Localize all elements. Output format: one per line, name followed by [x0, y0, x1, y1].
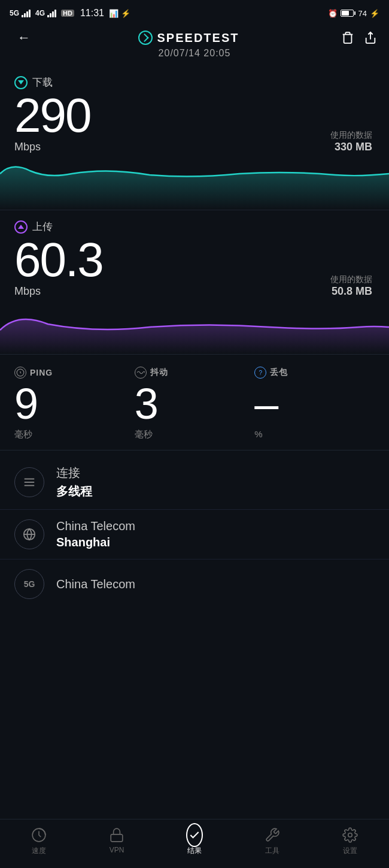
app-title: SPEEDTEST — [138, 31, 239, 45]
packet-loss-value: – — [254, 382, 375, 425]
share-button[interactable] — [364, 31, 377, 44]
upload-speed-value: 60.3 — [14, 236, 103, 284]
jitter-label-row: 抖动 — [135, 367, 255, 379]
title-text: SPEEDTEST — [157, 31, 239, 45]
speedtest-logo-icon — [138, 31, 153, 45]
speed-nav-icon — [31, 827, 47, 843]
test-date: 20/07/14 20:05 — [159, 48, 231, 59]
server-secondary: Shanghai — [56, 536, 135, 549]
upload-speed-unit: Mbps — [14, 285, 103, 298]
download-speed-value: 290 — [14, 92, 90, 140]
vpn-nav-icon — [108, 827, 125, 843]
server-primary: China Telecom — [56, 519, 135, 533]
results-active-circle — [186, 823, 203, 847]
svg-rect-8 — [111, 834, 123, 842]
header-actions — [341, 31, 377, 44]
5g-tag: 5G — [24, 579, 35, 589]
download-label-row: 下载 — [14, 75, 375, 89]
results-nav-icon — [186, 827, 203, 843]
jitter-item: 抖动 3 毫秒 — [135, 367, 255, 440]
download-section: 下载 290 Mbps 使用的数据 330 MB — [0, 66, 389, 153]
connection-row: 连接 多线程 — [0, 455, 389, 510]
jitter-label: 抖动 — [150, 367, 168, 378]
packet-loss-item: ? 丢包 – % — [254, 367, 375, 440]
battery-indicator — [341, 10, 355, 17]
upload-data-value: 50.8 MB — [330, 285, 372, 298]
usb-icon: ⚡ — [121, 9, 130, 18]
jitter-icon — [135, 367, 147, 379]
packet-loss-icon: ? — [254, 367, 266, 379]
signal-bars-4g — [47, 9, 56, 17]
bottom-spacer — [0, 613, 389, 661]
svg-point-9 — [348, 833, 352, 837]
app-header: ← SPEEDTEST 20/07/14 20:05 — [0, 25, 389, 66]
ping-section: PING 9 毫秒 抖动 3 毫秒 ? 丢包 – % — [0, 355, 389, 450]
download-label: 下载 — [32, 75, 53, 89]
download-data-usage: 使用的数据 330 MB — [330, 130, 375, 153]
delete-button[interactable] — [341, 31, 354, 44]
carrier-text: China Telecom — [56, 577, 135, 591]
connection-secondary: 多线程 — [56, 483, 92, 500]
charging-icon: ⚡ — [370, 9, 379, 18]
network-5g: 5G — [10, 9, 19, 17]
status-left: 5G 4G HD 11:31 📊 ⚡ — [10, 8, 130, 19]
upload-section: 上传 60.3 Mbps 使用的数据 50.8 MB — [0, 210, 389, 298]
ping-icon — [14, 367, 26, 379]
vpn-nav-label: VPN — [110, 846, 124, 854]
settings-nav-label: 设置 — [343, 846, 357, 856]
ping-label-row: PING — [14, 367, 135, 379]
server-icon — [14, 519, 44, 549]
status-right: ⏰ 74 ⚡ — [328, 9, 379, 18]
back-button[interactable]: ← — [12, 30, 36, 46]
speed-nav-label: 速度 — [32, 846, 46, 856]
upload-data-usage: 使用的数据 50.8 MB — [330, 274, 375, 298]
carrier-row: 5G China Telecom — [0, 559, 389, 609]
upload-label: 上传 — [32, 220, 53, 234]
carrier-icon: 5G — [14, 569, 44, 599]
download-chart — [0, 156, 389, 210]
upload-data-label: 使用的数据 — [330, 274, 372, 285]
time-display: 11:31 — [80, 8, 104, 19]
upload-label-row: 上传 — [14, 220, 375, 234]
alarm-icon: ⏰ — [328, 9, 338, 18]
upload-icon — [14, 220, 28, 234]
hd-badge: HD — [61, 10, 74, 17]
packet-loss-label: 丢包 — [270, 367, 288, 378]
nav-item-results[interactable]: 结果 — [186, 827, 203, 856]
packet-loss-unit: % — [254, 429, 375, 439]
server-row: China Telecom Shanghai — [0, 510, 389, 559]
signal-bars-5g — [22, 9, 31, 17]
connection-text: 连接 多线程 — [56, 465, 92, 500]
server-text: China Telecom Shanghai — [56, 519, 135, 549]
download-icon — [14, 76, 28, 89]
nav-item-settings[interactable]: 设置 — [342, 827, 358, 856]
nav-item-vpn[interactable]: VPN — [108, 827, 125, 856]
ping-label: PING — [30, 368, 53, 377]
connection-icon — [14, 467, 44, 497]
tools-nav-label: 工具 — [265, 846, 279, 856]
ping-item: PING 9 毫秒 — [14, 367, 135, 440]
ping-unit: 毫秒 — [14, 429, 135, 440]
ping-value: 9 — [14, 382, 135, 425]
download-data-value: 330 MB — [330, 141, 372, 153]
bottom-navigation: 速度 VPN 结果 工具 — [0, 819, 389, 868]
battery-percent: 74 — [358, 9, 367, 18]
extra-icon: 📊 — [109, 9, 118, 18]
carrier-name: China Telecom — [56, 577, 135, 591]
download-speed-unit: Mbps — [14, 141, 90, 153]
results-nav-label: 结果 — [187, 846, 202, 856]
jitter-value: 3 — [135, 382, 255, 425]
info-section: 连接 多线程 China Telecom Shanghai 5G China T… — [0, 450, 389, 613]
packet-loss-label-row: ? 丢包 — [254, 367, 375, 379]
download-data-label: 使用的数据 — [330, 130, 372, 141]
status-bar: 5G 4G HD 11:31 📊 ⚡ ⏰ 74 ⚡ — [0, 0, 389, 25]
nav-item-tools[interactable]: 工具 — [264, 827, 281, 856]
tools-nav-icon — [264, 827, 281, 843]
connection-primary: 连接 — [56, 465, 92, 481]
nav-item-speed[interactable]: 速度 — [31, 827, 47, 856]
upload-chart — [0, 300, 389, 354]
settings-nav-icon — [342, 827, 358, 843]
network-4g: 4G — [35, 9, 45, 17]
jitter-unit: 毫秒 — [135, 429, 255, 440]
